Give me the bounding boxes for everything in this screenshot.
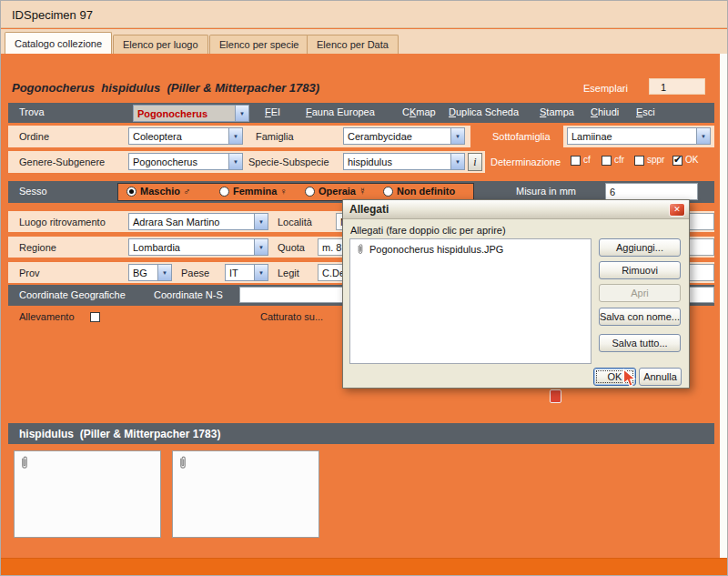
tab-label: Elenco per Data	[317, 39, 389, 50]
genere-combobox[interactable]: Pogonocherus ▼	[128, 153, 243, 170]
non-definito-label[interactable]: Non definito	[397, 186, 455, 197]
menu-text: map	[416, 106, 435, 117]
attachments-listbox[interactable]: Pogonocherus hispidulus.JPG	[349, 238, 592, 364]
regione-label: Regione	[19, 242, 56, 253]
tab-label: Elenco per specie	[219, 39, 298, 50]
localita-label: Località	[278, 217, 312, 227]
maschio-radio[interactable]	[126, 187, 136, 197]
chevron-down-icon[interactable]: ▼	[235, 106, 248, 121]
paperclip-icon	[19, 455, 30, 470]
red-button[interactable]	[550, 389, 561, 403]
paperclip-icon	[356, 243, 365, 255]
info-button[interactable]: i	[468, 153, 482, 171]
regione-combobox[interactable]: Lombardia ▼	[128, 238, 268, 256]
chevron-down-icon[interactable]: ▼	[254, 265, 268, 280]
misura-field[interactable]: 6	[605, 183, 698, 200]
operaia-radio[interactable]	[305, 187, 315, 197]
chevron-down-icon[interactable]: ▼	[228, 154, 242, 169]
coordinate-geografiche-label: Coordinate Geografiche	[19, 289, 126, 300]
cf-checkbox[interactable]	[571, 156, 581, 166]
tab-label: Elenco per luogo	[123, 39, 198, 50]
menu-accel: C	[591, 106, 598, 117]
menu-text: uplica Scheda	[456, 106, 519, 117]
trova-label: Trova	[19, 106, 45, 117]
femmina-label[interactable]: Femmina ♀	[233, 186, 288, 197]
tab-catalogo-collezione[interactable]: Catalogo collezione	[5, 32, 112, 54]
menu-item-chiudi[interactable]: Chiudi	[591, 106, 619, 117]
window-titlebar[interactable]: IDSpecimen 97	[1, 1, 727, 28]
chevron-down-icon[interactable]: ▼	[696, 128, 710, 144]
luogo-combobox[interactable]: Adrara San Martino ▼	[128, 213, 268, 230]
allevamento-checkbox[interactable]	[90, 312, 100, 322]
trova-combobox[interactable]: Pogonocherus ▼	[133, 105, 249, 122]
photo-frame-1[interactable]	[14, 450, 161, 538]
menu-item-fauna-europea[interactable]: Fauna Europea	[306, 106, 375, 117]
paese-combobox[interactable]: IT ▼	[225, 264, 268, 281]
chevron-down-icon[interactable]: ▼	[254, 239, 268, 255]
famiglia-value: Cerambycidae	[344, 128, 450, 144]
menu-text: C	[402, 106, 410, 117]
annulla-button[interactable]: Annulla	[639, 368, 682, 386]
tab-label: Catalogo collezione	[15, 38, 102, 49]
menu-text: sci	[642, 106, 654, 117]
salva-con-nome-button[interactable]: Salva con nome...	[599, 308, 681, 326]
sottofamiglia-value: Lamiinae	[568, 128, 696, 144]
footer-species-title: hispidulus (Piller & Mitterpacher 1783)	[19, 428, 220, 440]
luogo-label: Luogo ritrovamento	[19, 217, 106, 227]
ordine-combobox[interactable]: Coleoptera ▼	[128, 127, 243, 145]
famiglia-label: Famiglia	[256, 131, 294, 142]
chevron-down-icon[interactable]: ▼	[157, 265, 171, 280]
mouse-cursor	[622, 369, 638, 389]
sottofamiglia-combobox[interactable]: Lamiinae ▼	[567, 127, 711, 145]
close-icon[interactable]: ✕	[669, 203, 685, 217]
rimuovi-button[interactable]: Rimuovi	[599, 261, 681, 279]
app-window: IDSpecimen 97 Catalogo collezione Elenco…	[0, 0, 728, 576]
ok-checkbox[interactable]	[672, 156, 682, 166]
chevron-down-icon[interactable]: ▼	[228, 128, 242, 144]
chevron-down-icon[interactable]: ▼	[450, 154, 464, 169]
salva-tutto-button[interactable]: Salva tutto...	[599, 334, 681, 352]
maschio-label[interactable]: Maschio ♂	[140, 186, 190, 197]
trova-value: Pogonocherus	[134, 106, 235, 121]
dialog-titlebar[interactable]: Allegati ✕	[343, 200, 689, 219]
prov-combobox[interactable]: BG ▼	[128, 264, 172, 281]
apri-button[interactable]: Apri	[599, 284, 681, 302]
cf-label: cf	[583, 155, 591, 165]
dialog-instruction: Allegati (fare doppio clic per aprire)	[350, 225, 506, 236]
menu-item-duplica-scheda[interactable]: Duplica Scheda	[449, 106, 519, 117]
ordine-label: Ordine	[19, 131, 49, 142]
specie-combobox[interactable]: hispidulus ▼	[343, 153, 465, 170]
non-definito-radio[interactable]	[383, 187, 393, 197]
species-header: Pogonocherus hispidulus (Piller & Mitter…	[12, 81, 319, 95]
sppr-checkbox[interactable]	[634, 156, 644, 166]
famiglia-combobox[interactable]: Cerambycidae ▼	[343, 127, 465, 145]
window-title: IDSpecimen 97	[12, 8, 93, 22]
attachment-item[interactable]: Pogonocherus hispidulus.JPG	[350, 239, 591, 258]
menu-item-stampa[interactable]: Stampa	[540, 106, 574, 117]
cfr-checkbox[interactable]	[602, 156, 612, 166]
menu-accel: D	[449, 106, 456, 117]
menu-item-ckmap[interactable]: CKmap	[402, 106, 436, 117]
ok-label: OK	[685, 155, 698, 165]
misura-label: Misura in mm	[516, 186, 576, 197]
menu-text: hiudi	[598, 106, 619, 117]
legit-label: Legit	[278, 268, 299, 278]
luogo-value: Adrara San Martino	[129, 214, 254, 229]
photo-frame-2[interactable]	[172, 450, 319, 538]
aggiungi-button[interactable]: Aggiungi...	[599, 238, 681, 257]
menu-text: EI	[271, 106, 280, 117]
chevron-down-icon[interactable]: ▼	[254, 214, 268, 229]
operaia-label[interactable]: Operaia ☿	[318, 186, 366, 197]
esemplari-field[interactable]: 1	[649, 78, 705, 95]
tab-elenco-per-luogo[interactable]: Elenco per luogo	[113, 35, 208, 54]
ordine-value: Coleoptera	[129, 128, 228, 144]
specie-label: Specie-Subspecie	[248, 157, 329, 167]
menu-item-esci[interactable]: Esci	[636, 106, 655, 117]
chevron-down-icon[interactable]: ▼	[450, 128, 464, 144]
tab-elenco-per-data[interactable]: Elenco per Data	[307, 35, 399, 54]
sottofamiglia-label: Sottofamiglia	[492, 131, 551, 142]
tab-elenco-per-specie[interactable]: Elenco per specie	[209, 35, 308, 54]
menu-item-fei[interactable]: FEI	[265, 106, 280, 117]
femmina-radio[interactable]	[219, 187, 229, 197]
regione-value: Lombardia	[129, 239, 254, 255]
